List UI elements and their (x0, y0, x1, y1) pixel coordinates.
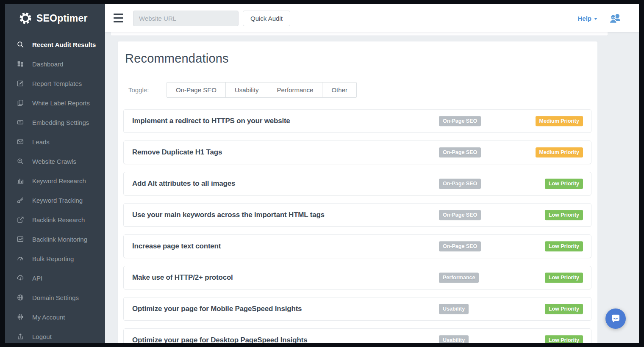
category-badge: On-Page SEO (439, 210, 481, 220)
globe-icon (16, 293, 25, 302)
recommendations-card: Recommendations Toggle: On-Page SEOUsabi… (117, 41, 598, 343)
recommendation-row[interactable]: Use your main keywords across the import… (123, 203, 591, 227)
sidebar-item-white-label-reports[interactable]: White Label Reports (5, 93, 105, 113)
sidebar-item-label: White Label Reports (32, 99, 90, 107)
recommendation-title: Optimize your page for Desktop PageSpeed… (132, 336, 307, 343)
logout-icon (16, 332, 25, 341)
line-chart-icon (16, 235, 25, 243)
category-badge: Usability (439, 335, 469, 343)
priority-badge: Medium Priority (536, 147, 583, 157)
app-root: SEOptimer Recent Audit Results Dashboard… (5, 4, 639, 343)
category-badge: On-Page SEO (439, 179, 481, 189)
toggle-button-other[interactable]: Other (322, 82, 357, 98)
key-icon (16, 196, 25, 204)
recommendation-row[interactable]: Optimize your page for Mobile PageSpeed … (123, 297, 591, 321)
external-link-icon (16, 215, 25, 224)
toggle-row: Toggle: (128, 82, 149, 98)
sidebar-item-domain-settings[interactable]: Domain Settings (5, 288, 105, 307)
search-icon (16, 40, 25, 49)
sidebar-item-label: API (32, 275, 42, 282)
topbar-right: Help (577, 4, 622, 32)
priority-badge: Low Priority (545, 304, 583, 314)
sidebar-item-logout[interactable]: Logout (5, 327, 105, 343)
priority-badge: Low Priority (545, 335, 583, 343)
sidebar-item-api[interactable]: API (5, 268, 105, 288)
gear-icon (16, 313, 25, 321)
recommendations-list: Implement a redirect to HTTPS on your we… (123, 109, 591, 343)
scrolled-card-edge (111, 32, 608, 36)
sidebar-item-label: Keyword Tracking (32, 197, 83, 204)
recommendation-title: Use your main keywords across the import… (132, 211, 325, 219)
sidebar-item-website-crawls[interactable]: Website Crawls (5, 151, 105, 171)
edit-icon (16, 79, 25, 88)
sidebar-item-label: Embedding Settings (32, 119, 89, 126)
sidebar-item-label: Keyword Research (32, 177, 86, 185)
toggle-button-on-page-seo[interactable]: On-Page SEO (167, 82, 226, 98)
sidebar-item-dashboard[interactable]: Dashboard (5, 54, 105, 74)
search-plus-icon (16, 157, 25, 165)
sidebar-item-report-templates[interactable]: Report Templates (5, 74, 105, 93)
envelope-icon (16, 138, 25, 146)
recommendation-row[interactable]: Add Alt attributes to all images On-Page… (123, 172, 591, 196)
priority-badge: Low Priority (545, 210, 583, 220)
recommendation-row[interactable]: Increase page text content On-Page SEO L… (123, 234, 591, 258)
recommendation-row[interactable]: Optimize your page for Desktop PageSpeed… (123, 328, 591, 343)
sidebar-item-label: Domain Settings (32, 294, 79, 301)
toggle-label: Toggle: (128, 86, 149, 94)
priority-badge: Low Priority (545, 241, 583, 251)
category-badge: Performance (439, 273, 479, 283)
sidebar-item-label: My Account (32, 314, 65, 321)
category-badge: Usability (439, 304, 469, 314)
help-menu[interactable]: Help (577, 15, 597, 22)
priority-badge: Low Priority (545, 179, 583, 189)
sidebar-item-backlink-monitoring[interactable]: Backlink Monitoring (5, 229, 105, 249)
recommendation-title: Optimize your page for Mobile PageSpeed … (132, 305, 302, 313)
chat-widget-button[interactable] (605, 308, 626, 329)
sidebar-item-keyword-research[interactable]: Keyword Research (5, 171, 105, 190)
sidebar-item-label: Recent Audit Results (32, 41, 96, 48)
chevron-down-icon (594, 18, 597, 20)
recommendation-title: Implement a redirect to HTTPS on your we… (132, 117, 290, 125)
embed-icon (16, 118, 25, 127)
sidebar-item-label: Bulk Reporting (32, 255, 74, 262)
page-title: Recommendations (125, 52, 229, 66)
app-logo[interactable]: SEOptimer (5, 4, 105, 32)
recommendation-title: Make use of HTTP/2+ protocol (132, 273, 233, 282)
category-badge: On-Page SEO (439, 147, 481, 157)
hamburger-icon[interactable] (114, 14, 123, 22)
chat-bubble-icon (610, 313, 621, 324)
app-logo-text: SEOptimer (36, 13, 88, 24)
gauge-icon (16, 254, 25, 263)
cloud-download-icon (16, 274, 25, 282)
sidebar-item-bulk-reporting[interactable]: Bulk Reporting (5, 249, 105, 268)
recommendation-title: Increase page text content (132, 242, 221, 251)
website-url-input[interactable] (133, 11, 239, 26)
sidebar-item-keyword-tracking[interactable]: Keyword Tracking (5, 190, 105, 210)
priority-badge: Low Priority (545, 273, 583, 283)
recommendation-row[interactable]: Remove Duplicate H1 Tags On-Page SEO Med… (123, 140, 591, 164)
sidebar: SEOptimer Recent Audit Results Dashboard… (5, 4, 105, 343)
dashboard-icon (16, 60, 25, 68)
copy-icon (16, 99, 25, 107)
sidebar-item-recent-audit-results[interactable]: Recent Audit Results (5, 35, 105, 54)
quick-audit-button[interactable]: Quick Audit (243, 11, 290, 26)
sidebar-item-leads[interactable]: Leads (5, 132, 105, 151)
toggle-button-group: On-Page SEOUsabilityPerformanceOther (167, 82, 357, 98)
sidebar-item-label: Logout (32, 333, 52, 340)
recommendation-title: Add Alt attributes to all images (132, 179, 235, 188)
users-icon[interactable] (608, 12, 622, 24)
category-badge: On-Page SEO (439, 116, 481, 126)
toggle-button-performance[interactable]: Performance (268, 82, 323, 98)
bar-chart-icon (16, 176, 25, 185)
recommendation-title: Remove Duplicate H1 Tags (132, 148, 222, 157)
topbar: Quick Audit Help (105, 4, 639, 32)
recommendation-row[interactable]: Make use of HTTP/2+ protocol Performance… (123, 266, 591, 289)
gear-logo-icon (18, 11, 33, 25)
toggle-button-usability[interactable]: Usability (225, 82, 268, 98)
sidebar-item-my-account[interactable]: My Account (5, 307, 105, 327)
sidebar-item-label: Website Crawls (32, 158, 76, 165)
recommendation-row[interactable]: Implement a redirect to HTTPS on your we… (123, 109, 591, 133)
sidebar-item-embedding-settings[interactable]: Embedding Settings (5, 113, 105, 132)
sidebar-item-backlink-research[interactable]: Backlink Research (5, 210, 105, 229)
sidebar-item-label: Report Templates (32, 80, 82, 87)
